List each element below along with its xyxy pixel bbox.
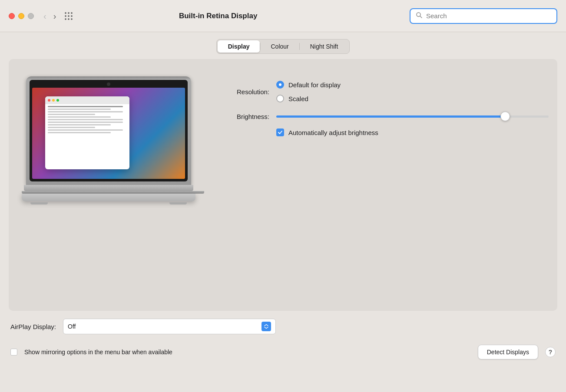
tab-night-shift[interactable]: Night Shift <box>300 40 349 53</box>
inner-line-5 <box>48 116 111 118</box>
inner-window <box>45 96 129 169</box>
resolution-radio-group: Default for display Scaled <box>276 81 341 102</box>
resolution-label: Resolution: <box>217 88 269 96</box>
mirror-checkbox[interactable] <box>10 349 17 356</box>
close-button[interactable] <box>9 13 15 19</box>
search-input[interactable] <box>426 12 551 20</box>
inner-close-dot <box>48 99 50 102</box>
radio-default-label: Default for display <box>288 81 341 89</box>
inner-maximize-dot <box>56 99 59 102</box>
svg-point-9 <box>417 13 420 16</box>
airplay-row: AirPlay Display: Off <box>0 313 566 340</box>
minimize-button[interactable] <box>18 13 24 19</box>
airplay-value: Off <box>68 323 76 330</box>
macbook-bottom <box>24 185 193 191</box>
macbook-screen <box>32 88 185 179</box>
macbook-illustration <box>17 72 200 204</box>
resolution-option-default[interactable]: Default for display <box>276 81 341 89</box>
inner-line-8 <box>48 124 111 125</box>
window-title: Built-in Retina Display <box>26 12 410 20</box>
help-button[interactable]: ? <box>545 347 556 357</box>
radio-scaled-circle <box>276 95 284 102</box>
macbook-screen-outer <box>26 76 191 185</box>
tab-display[interactable]: Display <box>218 40 260 53</box>
slider-fill <box>276 115 505 118</box>
resolution-row: Resolution: Default for display Scaled <box>217 81 549 102</box>
inner-line-9 <box>48 127 95 128</box>
search-box[interactable] <box>410 8 557 24</box>
select-arrows-icon <box>261 322 271 331</box>
brightness-slider[interactable] <box>276 112 549 121</box>
settings-panel: Resolution: Default for display Scaled B… <box>217 72 549 136</box>
resolution-option-scaled[interactable]: Scaled <box>276 95 341 102</box>
radio-default-circle <box>276 81 284 89</box>
slider-thumb[interactable] <box>500 112 510 121</box>
mirror-label: Show mirroring options in the menu bar w… <box>24 349 471 356</box>
inner-minimize-dot <box>52 99 55 102</box>
inner-window-titlebar <box>45 96 129 104</box>
macbook-base <box>22 194 195 201</box>
detect-displays-button[interactable]: Detect Displays <box>478 345 538 359</box>
brightness-row: Brightness: <box>217 112 549 121</box>
auto-brightness-checkbox[interactable] <box>276 128 284 136</box>
brightness-label: Brightness: <box>217 113 269 120</box>
tab-colour[interactable]: Colour <box>260 40 299 53</box>
macbook-foot-right <box>169 202 187 204</box>
inner-line-3 <box>48 111 123 112</box>
inner-line-10 <box>48 129 123 131</box>
inner-line-7 <box>48 122 123 123</box>
macbook-screen-bezel <box>30 80 188 181</box>
airplay-label: AirPlay Display: <box>10 323 56 330</box>
radio-scaled-label: Scaled <box>288 95 308 102</box>
titlebar: ‹ › Built-in Retina Display <box>0 0 566 32</box>
inner-line-6 <box>48 119 123 120</box>
tab-group: Display Colour Night Shift <box>216 39 350 54</box>
footer-bar: Show mirroring options in the menu bar w… <box>0 340 566 364</box>
inner-line-1 <box>48 106 123 107</box>
auto-brightness-row: Automatically adjust brightness <box>276 128 549 136</box>
inner-line-11 <box>48 132 111 133</box>
inner-text-lines <box>45 104 129 135</box>
inner-line-4 <box>48 114 95 115</box>
content-area: Resolution: Default for display Scaled B… <box>9 59 557 311</box>
inner-line-2 <box>48 109 111 110</box>
macbook-feet <box>22 202 195 204</box>
macbook-foot-left <box>30 202 48 204</box>
auto-brightness-label: Automatically adjust brightness <box>288 129 378 136</box>
tab-bar: Display Colour Night Shift <box>0 32 566 54</box>
macbook <box>22 76 195 204</box>
airplay-select[interactable]: Off <box>63 319 276 334</box>
svg-line-10 <box>420 16 422 18</box>
search-icon <box>416 12 423 20</box>
